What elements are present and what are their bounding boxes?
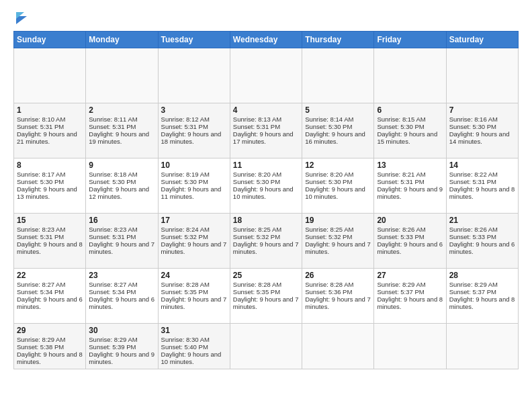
- day-number: 25: [233, 271, 299, 280]
- calendar-cell: 5Sunrise: 8:14 AMSunset: 5:30 PMDaylight…: [302, 103, 374, 158]
- sunset-line: Sunset: 5:31 PM: [377, 178, 424, 185]
- sunset-line: Sunset: 5:34 PM: [17, 288, 64, 295]
- calendar-header-tuesday: Tuesday: [158, 32, 230, 48]
- day-number: 14: [449, 161, 515, 170]
- day-number: 2: [89, 105, 154, 115]
- calendar-cell: [230, 48, 302, 103]
- sunrise-line: Sunrise: 8:22 AM: [449, 171, 498, 178]
- calendar-week-5: 29Sunrise: 8:29 AMSunset: 5:38 PMDayligh…: [14, 324, 519, 369]
- day-number: 20: [377, 216, 443, 225]
- sunrise-line: Sunrise: 8:26 AM: [449, 226, 498, 233]
- calendar-cell: 24Sunrise: 8:28 AMSunset: 5:35 PMDayligh…: [158, 269, 230, 324]
- calendar-header-sunday: Sunday: [14, 32, 86, 48]
- sunrise-line: Sunrise: 8:20 AM: [305, 171, 353, 178]
- sunrise-line: Sunrise: 8:14 AM: [305, 116, 353, 123]
- calendar-cell: 13Sunrise: 8:21 AMSunset: 5:31 PMDayligh…: [374, 158, 446, 214]
- logo-icon: [15, 9, 27, 24]
- calendar-cell: [158, 48, 230, 103]
- day-number: 28: [449, 271, 515, 280]
- calendar-header-wednesday: Wednesday: [230, 32, 302, 48]
- day-number: 10: [161, 161, 227, 170]
- sunset-line: Sunset: 5:30 PM: [377, 123, 424, 130]
- daylight-line: Daylight: 9 hours and 10 minutes.: [233, 185, 294, 200]
- day-number: 9: [89, 161, 154, 170]
- daylight-line: Daylight: 9 hours and 12 minutes.: [89, 185, 149, 200]
- sunset-line: Sunset: 5:31 PM: [89, 233, 136, 240]
- sunset-line: Sunset: 5:30 PM: [89, 178, 136, 185]
- day-number: 11: [233, 161, 299, 170]
- daylight-line: Daylight: 9 hours and 9 minutes.: [377, 185, 443, 200]
- sunset-line: Sunset: 5:32 PM: [305, 233, 352, 240]
- sunset-line: Sunset: 5:31 PM: [233, 123, 280, 130]
- daylight-line: Daylight: 9 hours and 6 minutes.: [17, 295, 83, 310]
- calendar-cell: 19Sunrise: 8:25 AMSunset: 5:32 PMDayligh…: [302, 214, 374, 269]
- sunset-line: Sunset: 5:31 PM: [161, 123, 208, 130]
- day-number: 29: [17, 326, 83, 335]
- sunrise-line: Sunrise: 8:27 AM: [89, 281, 137, 288]
- sunrise-line: Sunrise: 8:26 AM: [377, 226, 425, 233]
- calendar-cell: 7Sunrise: 8:16 AMSunset: 5:30 PMDaylight…: [446, 103, 518, 158]
- sunrise-line: Sunrise: 8:11 AM: [89, 116, 137, 123]
- daylight-line: Daylight: 9 hours and 18 minutes.: [161, 130, 222, 145]
- sunrise-line: Sunrise: 8:15 AM: [377, 116, 425, 123]
- daylight-line: Daylight: 9 hours and 9 minutes.: [89, 351, 154, 365]
- daylight-line: Daylight: 9 hours and 7 minutes.: [233, 295, 299, 310]
- sunrise-line: Sunrise: 8:23 AM: [89, 226, 137, 233]
- day-number: 4: [233, 105, 299, 115]
- day-number: 15: [17, 216, 83, 225]
- daylight-line: Daylight: 9 hours and 15 minutes.: [377, 130, 437, 145]
- calendar-cell: 25Sunrise: 8:28 AMSunset: 5:35 PMDayligh…: [230, 269, 302, 324]
- sunset-line: Sunset: 5:34 PM: [89, 288, 136, 295]
- calendar-week-0: [14, 48, 519, 103]
- day-number: 23: [89, 271, 154, 280]
- calendar-week-4: 22Sunrise: 8:27 AMSunset: 5:34 PMDayligh…: [14, 269, 519, 324]
- page: SundayMondayTuesdayWednesdayThursdayFrid…: [0, 0, 532, 411]
- day-number: 1: [17, 105, 83, 115]
- calendar-cell: [14, 48, 86, 103]
- logo: [13, 11, 27, 24]
- sunset-line: Sunset: 5:30 PM: [305, 178, 352, 185]
- daylight-line: Daylight: 9 hours and 8 minutes.: [17, 240, 83, 255]
- calendar-cell: [302, 324, 374, 369]
- daylight-line: Daylight: 9 hours and 7 minutes.: [89, 240, 154, 255]
- daylight-line: Daylight: 9 hours and 7 minutes.: [161, 295, 227, 310]
- calendar-cell: 1Sunrise: 8:10 AMSunset: 5:31 PMDaylight…: [14, 103, 86, 158]
- sunset-line: Sunset: 5:36 PM: [305, 288, 352, 295]
- sunset-line: Sunset: 5:35 PM: [161, 288, 208, 295]
- sunrise-line: Sunrise: 8:18 AM: [89, 171, 137, 178]
- sunset-line: Sunset: 5:31 PM: [89, 123, 136, 130]
- calendar-cell: 30Sunrise: 8:29 AMSunset: 5:39 PMDayligh…: [86, 324, 158, 369]
- sunrise-line: Sunrise: 8:29 AM: [449, 281, 498, 288]
- calendar-header-friday: Friday: [374, 32, 446, 48]
- day-number: 17: [161, 216, 227, 225]
- sunset-line: Sunset: 5:38 PM: [17, 343, 64, 351]
- calendar-cell: 8Sunrise: 8:17 AMSunset: 5:30 PMDaylight…: [14, 158, 86, 214]
- calendar-cell: 20Sunrise: 8:26 AMSunset: 5:33 PMDayligh…: [374, 214, 446, 269]
- calendar-cell: [374, 48, 446, 103]
- sunrise-line: Sunrise: 8:27 AM: [17, 281, 65, 288]
- calendar-cell: 6Sunrise: 8:15 AMSunset: 5:30 PMDaylight…: [374, 103, 446, 158]
- daylight-line: Daylight: 9 hours and 6 minutes.: [89, 295, 154, 310]
- calendar-cell: 23Sunrise: 8:27 AMSunset: 5:34 PMDayligh…: [86, 269, 158, 324]
- sunrise-line: Sunrise: 8:25 AM: [305, 226, 353, 233]
- calendar-week-2: 8Sunrise: 8:17 AMSunset: 5:30 PMDaylight…: [14, 158, 519, 214]
- sunset-line: Sunset: 5:37 PM: [377, 288, 424, 295]
- day-number: 6: [377, 105, 443, 115]
- daylight-line: Daylight: 9 hours and 21 minutes.: [17, 130, 77, 145]
- sunset-line: Sunset: 5:30 PM: [449, 123, 496, 130]
- daylight-line: Daylight: 9 hours and 11 minutes.: [161, 185, 222, 200]
- daylight-line: Daylight: 9 hours and 16 minutes.: [305, 130, 365, 145]
- sunrise-line: Sunrise: 8:16 AM: [449, 116, 498, 123]
- calendar-cell: 3Sunrise: 8:12 AMSunset: 5:31 PMDaylight…: [158, 103, 230, 158]
- sunrise-line: Sunrise: 8:19 AM: [161, 171, 210, 178]
- daylight-line: Daylight: 9 hours and 8 minutes.: [17, 351, 83, 365]
- day-number: 24: [161, 271, 227, 280]
- daylight-line: Daylight: 9 hours and 8 minutes.: [449, 295, 515, 310]
- header: [13, 11, 519, 24]
- day-number: 8: [17, 161, 83, 170]
- sunrise-line: Sunrise: 8:29 AM: [17, 336, 65, 343]
- calendar-cell: [446, 48, 518, 103]
- daylight-line: Daylight: 9 hours and 10 minutes.: [305, 185, 365, 200]
- sunset-line: Sunset: 5:33 PM: [377, 233, 424, 240]
- sunset-line: Sunset: 5:40 PM: [161, 343, 208, 351]
